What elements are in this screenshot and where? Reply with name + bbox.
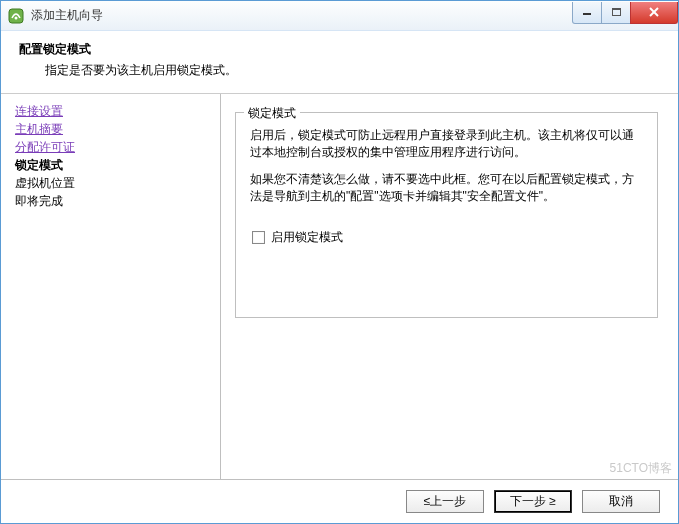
step-host-summary[interactable]: 主机摘要	[15, 120, 220, 138]
description-para-1: 启用后，锁定模式可防止远程用户直接登录到此主机。该主机将仅可以通过本地控制台或授…	[250, 127, 643, 161]
step-assign-license[interactable]: 分配许可证	[15, 138, 220, 156]
step-connection-settings[interactable]: 连接设置	[15, 102, 220, 120]
window-controls	[573, 2, 678, 24]
lockdown-groupbox: 锁定模式 启用后，锁定模式可防止远程用户直接登录到此主机。该主机将仅可以通过本地…	[235, 112, 658, 318]
wizard-steps-sidebar: 连接设置 主机摘要 分配许可证 锁定模式 虚拟机位置 即将完成	[1, 94, 221, 494]
enable-lockdown-label: 启用锁定模式	[271, 229, 343, 246]
next-button[interactable]: 下一步 ≥	[494, 490, 572, 513]
svg-point-1	[15, 16, 18, 19]
step-lockdown-mode: 锁定模式	[15, 156, 220, 174]
header-subtitle: 指定是否要为该主机启用锁定模式。	[45, 62, 660, 79]
back-button[interactable]: ≤上一步	[406, 490, 484, 513]
wizard-footer: ≤上一步 下一步 ≥ 取消	[1, 479, 678, 523]
titlebar: 添加主机向导	[1, 1, 678, 31]
description-para-2: 如果您不清楚该怎么做，请不要选中此框。您可在以后配置锁定模式，方法是导航到主机的…	[250, 171, 643, 205]
svg-rect-0	[9, 9, 23, 23]
groupbox-description: 启用后，锁定模式可防止远程用户直接登录到此主机。该主机将仅可以通过本地控制台或授…	[250, 127, 643, 205]
wizard-window: 添加主机向导 配置锁定模式 指定是否要为该主机启用锁定模式。 连接设置 主机摘要…	[0, 0, 679, 524]
header-title: 配置锁定模式	[19, 41, 660, 58]
groupbox-legend: 锁定模式	[244, 105, 300, 122]
minimize-button[interactable]	[572, 2, 602, 24]
close-button[interactable]	[630, 2, 678, 24]
step-vm-location: 虚拟机位置	[15, 174, 220, 192]
enable-lockdown-row[interactable]: 启用锁定模式	[252, 229, 643, 246]
enable-lockdown-checkbox[interactable]	[252, 231, 265, 244]
app-icon	[7, 7, 25, 25]
step-ready-complete: 即将完成	[15, 192, 220, 210]
cancel-button[interactable]: 取消	[582, 490, 660, 513]
wizard-header: 配置锁定模式 指定是否要为该主机启用锁定模式。	[1, 31, 678, 94]
maximize-button[interactable]	[601, 2, 631, 24]
wizard-body: 连接设置 主机摘要 分配许可证 锁定模式 虚拟机位置 即将完成 锁定模式 启用后…	[1, 94, 678, 494]
window-title: 添加主机向导	[31, 7, 573, 24]
wizard-content: 锁定模式 启用后，锁定模式可防止远程用户直接登录到此主机。该主机将仅可以通过本地…	[221, 94, 678, 494]
